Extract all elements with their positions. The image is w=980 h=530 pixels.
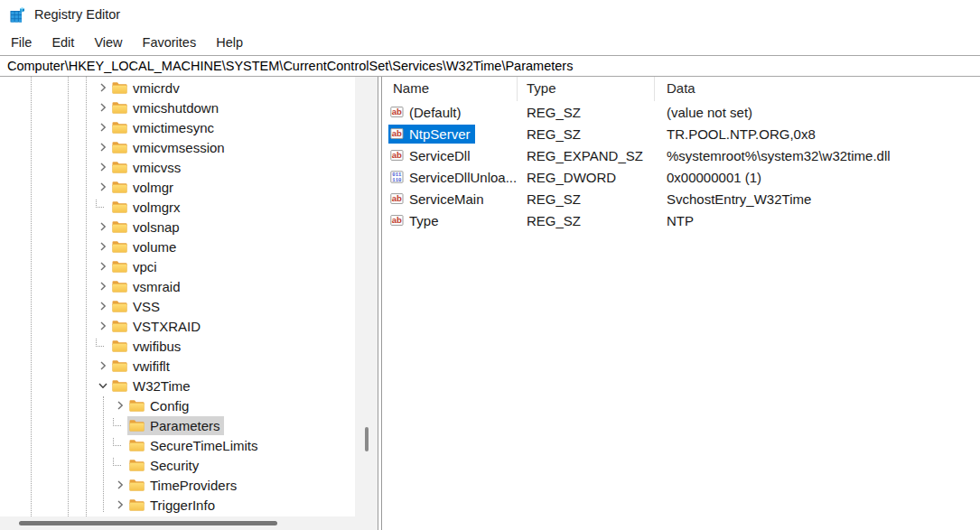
tree-item-volmgr[interactable]: volmgr xyxy=(0,177,355,197)
tree-item-label: vmicvmsession xyxy=(133,140,225,155)
tree-item-vwifibus[interactable]: vwifibus xyxy=(0,336,355,356)
tree-item-config[interactable]: Config xyxy=(0,395,355,415)
menu-view[interactable]: View xyxy=(84,32,132,53)
chevron-right-icon[interactable] xyxy=(95,219,110,235)
registry-value-row--default-[interactable]: ab(Default)REG_SZ(value not set) xyxy=(382,101,980,123)
chevron-right-icon[interactable] xyxy=(95,279,110,294)
folder-icon xyxy=(112,161,127,173)
folder-icon xyxy=(112,121,127,134)
folder-icon xyxy=(112,101,127,114)
tree-item-w32time[interactable]: W32Time xyxy=(0,376,355,395)
value-name-cell[interactable]: abNtpServer xyxy=(382,125,518,144)
chevron-right-icon[interactable] xyxy=(95,180,110,195)
list-rows: ab(Default)REG_SZ(value not set)abNtpSer… xyxy=(382,101,980,231)
value-name-label: ServiceMain xyxy=(409,191,484,207)
chevron-down-icon[interactable] xyxy=(95,378,110,394)
tree-item-vstxraid[interactable]: VSTXRAID xyxy=(0,316,355,336)
window-title: Registry Editor xyxy=(34,7,120,22)
tree-item-timeproviders[interactable]: TimeProviders xyxy=(0,475,355,495)
tree-item-vmictimesync[interactable]: vmictimesync xyxy=(0,117,355,137)
tree-item-vsmraid[interactable]: vsmraid xyxy=(0,276,355,296)
menu-edit[interactable]: Edit xyxy=(42,32,84,53)
main-area: vmicrdvvmicshutdownvmictimesyncvmicvmses… xyxy=(0,77,980,530)
tree-item-vmicvmsession[interactable]: vmicvmsession xyxy=(0,137,355,157)
tree-horizontal-scrollbar[interactable] xyxy=(0,516,378,530)
folder-icon xyxy=(112,339,127,352)
value-type-cell: REG_SZ xyxy=(518,213,655,228)
chevron-right-icon[interactable] xyxy=(112,398,127,414)
tree-item-label: TriggerInfo xyxy=(150,497,215,513)
chevron-right-icon[interactable] xyxy=(95,80,110,96)
tree-item-vpci[interactable]: vpci xyxy=(0,256,355,276)
tree-item-vss[interactable]: VSS xyxy=(0,296,355,316)
registry-value-row-servicedll[interactable]: abServiceDllREG_EXPAND_SZ%systemroot%\sy… xyxy=(382,144,980,166)
folder-icon xyxy=(112,379,127,392)
menu-favorites[interactable]: Favorites xyxy=(133,32,207,53)
column-header-name[interactable]: Name xyxy=(382,77,518,101)
string-value-icon: ab xyxy=(390,148,405,163)
menu-help[interactable]: Help xyxy=(206,32,253,53)
tree-vertical-scrollbar-thumb[interactable] xyxy=(365,427,369,451)
folder-icon xyxy=(112,81,127,94)
value-data-cell: (value not set) xyxy=(655,105,980,120)
tree-leaf-connector xyxy=(112,438,127,453)
tree-item-volmgrx[interactable]: volmgrx xyxy=(0,197,355,217)
tree-item-label: W32Time xyxy=(133,378,191,394)
value-data-cell: NTP xyxy=(655,213,980,228)
tree-item-securetimelimits[interactable]: SecureTimeLimits xyxy=(0,435,355,455)
tree-item-label: vmicshutdown xyxy=(133,100,219,116)
tree-item-security[interactable]: Security xyxy=(0,455,355,475)
registry-editor-app-icon xyxy=(10,7,25,23)
tree-leaf-connector xyxy=(112,418,127,433)
chevron-right-icon[interactable] xyxy=(95,259,110,274)
menu-file[interactable]: File xyxy=(1,32,42,53)
folder-icon xyxy=(112,320,127,332)
tree-item-label: volume xyxy=(133,239,176,255)
tree-item-parameters[interactable]: Parameters xyxy=(0,415,355,435)
tree-item-vmicvss[interactable]: vmicvss xyxy=(0,157,355,177)
value-name-cell[interactable]: abServiceMain xyxy=(382,190,518,209)
value-name-cell[interactable]: 011110ServiceDllUnloa... xyxy=(382,168,518,187)
registry-value-row-servicedllunloa-[interactable]: 011110ServiceDllUnloa...REG_DWORD0x00000… xyxy=(382,166,980,188)
registry-value-row-ntpserver[interactable]: abNtpServerREG_SZTR.POOL.NTP.ORG,0x8 xyxy=(382,123,980,144)
tree-item-vmicrdv[interactable]: vmicrdv xyxy=(0,78,355,98)
tree-horizontal-scrollbar-thumb[interactable] xyxy=(19,521,277,525)
chevron-right-icon[interactable] xyxy=(112,497,127,513)
tree-item-triggerinfo[interactable]: TriggerInfo xyxy=(0,495,355,515)
chevron-right-icon[interactable] xyxy=(95,160,110,175)
chevron-right-icon[interactable] xyxy=(95,140,110,155)
column-header-type[interactable]: Type xyxy=(518,77,655,101)
tree-item-vwififlt[interactable]: vwififlt xyxy=(0,356,355,376)
tree-item-label: vwififlt xyxy=(133,358,170,374)
value-name-cell[interactable]: abType xyxy=(382,211,518,230)
value-name-cell[interactable]: ab(Default) xyxy=(382,103,518,122)
registry-value-row-type[interactable]: abTypeREG_SZNTP xyxy=(382,209,980,231)
folder-icon xyxy=(112,260,127,273)
tree-item-vmicshutdown[interactable]: vmicshutdown xyxy=(0,98,355,117)
address-bar[interactable]: Computer\HKEY_LOCAL_MACHINE\SYSTEM\Curre… xyxy=(0,55,980,77)
column-header-data[interactable]: Data xyxy=(655,77,980,101)
folder-icon xyxy=(129,399,145,412)
tree-item-volsnap[interactable]: volsnap xyxy=(0,217,355,237)
tree-item-volume[interactable]: volume xyxy=(0,237,355,256)
registry-value-row-servicemain[interactable]: abServiceMainREG_SZSvchostEntry_W32Time xyxy=(382,188,980,209)
chevron-right-icon[interactable] xyxy=(95,358,110,374)
tree-item-label: Config xyxy=(150,398,189,414)
list-header: Name Type Data xyxy=(382,77,980,101)
chevron-right-icon[interactable] xyxy=(95,299,110,314)
value-name-label: ServiceDllUnloa... xyxy=(409,170,517,185)
registry-values-panel: Name Type Data ab(Default)REG_SZ(value n… xyxy=(382,77,980,530)
value-name-cell[interactable]: abServiceDll xyxy=(382,146,518,165)
tree-leaf-connector xyxy=(95,339,110,354)
dword-value-icon: 011110 xyxy=(390,170,405,184)
chevron-right-icon[interactable] xyxy=(95,239,110,255)
menu-bar: FileEditViewFavoritesHelp xyxy=(0,29,980,55)
chevron-right-icon[interactable] xyxy=(95,100,110,116)
folder-icon xyxy=(112,240,127,253)
tree-vertical-scrollbar[interactable] xyxy=(355,77,378,516)
chevron-right-icon[interactable] xyxy=(95,319,110,334)
chevron-right-icon[interactable] xyxy=(95,120,110,135)
value-name-label: Type xyxy=(409,213,439,228)
chevron-right-icon[interactable] xyxy=(112,478,127,493)
tree-item-label: VSS xyxy=(133,299,160,314)
